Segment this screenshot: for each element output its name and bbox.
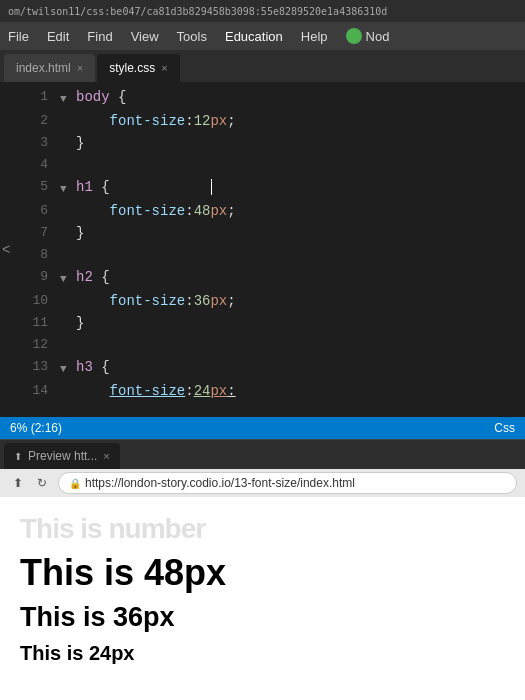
menu-node: Nod	[346, 28, 390, 44]
browser-refresh-button[interactable]: ↻	[32, 473, 52, 493]
tab-style-css-label: style.css	[109, 61, 155, 75]
node-label: Nod	[366, 29, 390, 44]
url-bar-text: om/twilson11/css:be047/ca81d3b829458b309…	[8, 6, 387, 17]
code-line-12: 12	[20, 334, 525, 356]
code-line-6: 6 font-size:48px;	[20, 200, 525, 222]
menu-bar: File Edit Find View Tools Education Help…	[0, 22, 525, 50]
status-left: 6% (2:16)	[10, 421, 62, 435]
code-line-9: 9 ▼ h2 {	[20, 266, 525, 290]
preview-watermark: This is number	[20, 513, 505, 545]
preview-tab-icon: ⬆	[14, 451, 22, 462]
code-line-2: 2 font-size:12px;	[20, 110, 525, 132]
preview-content: This is number This is 48px This is 36px…	[0, 497, 525, 680]
code-line-5: 5 ▼ h1 {	[20, 176, 525, 200]
code-line-1: 1 ▼ body {	[20, 86, 525, 110]
preview-area: This is number This is 48px This is 36px…	[0, 497, 525, 700]
menu-education[interactable]: Education	[225, 29, 283, 44]
code-line-11: 11 }	[20, 312, 525, 334]
tab-style-css[interactable]: style.css ×	[97, 54, 179, 82]
secure-icon: 🔒	[69, 478, 81, 489]
code-line-10: 10 font-size:36px;	[20, 290, 525, 312]
menu-find[interactable]: Find	[87, 29, 112, 44]
preview-tab-bar: ⬆ Preview htt... ×	[0, 439, 525, 469]
code-line-8: 8	[20, 244, 525, 266]
code-line-13: 13 ▼ h3 {	[20, 356, 525, 380]
top-url-bar: om/twilson11/css:be047/ca81d3b829458b309…	[0, 0, 525, 22]
tab-index-html-close[interactable]: ×	[77, 62, 83, 74]
menu-edit[interactable]: Edit	[47, 29, 69, 44]
menu-tools[interactable]: Tools	[177, 29, 207, 44]
url-text: https://london-story.codio.io/13-font-si…	[85, 476, 355, 490]
code-editor[interactable]: 1 ▼ body { 2 font-size:12px; 3 } 4 5 ▼ h…	[0, 82, 525, 417]
browser-bar: ⬆ ↻ 🔒 https://london-story.codio.io/13-f…	[0, 469, 525, 497]
collapse-arrow[interactable]: <	[0, 238, 12, 262]
tabs-bar: index.html × style.css ×	[0, 50, 525, 82]
code-line-7: 7 }	[20, 222, 525, 244]
status-language: Css	[494, 421, 515, 435]
status-bar: 6% (2:16) Css	[0, 417, 525, 439]
menu-file[interactable]: File	[8, 29, 29, 44]
browser-nav-icons: ⬆ ↻	[8, 473, 52, 493]
preview-h1: This is 48px	[20, 553, 505, 593]
tab-index-html[interactable]: index.html ×	[4, 54, 95, 82]
preview-h2: This is 36px	[20, 603, 505, 633]
preview-h3: This is 24px	[20, 642, 505, 664]
menu-view[interactable]: View	[131, 29, 159, 44]
preview-tab[interactable]: ⬆ Preview htt... ×	[4, 443, 120, 469]
status-position: 6% (2:16)	[10, 421, 62, 435]
menu-help[interactable]: Help	[301, 29, 328, 44]
preview-tab-label: Preview htt...	[28, 449, 97, 463]
code-line-14: 14 font-size:24px:	[20, 380, 525, 402]
node-icon	[346, 28, 362, 44]
code-line-3: 3 }	[20, 132, 525, 154]
tab-index-html-label: index.html	[16, 61, 71, 75]
url-bar[interactable]: 🔒 https://london-story.codio.io/13-font-…	[58, 472, 517, 494]
code-line-4: 4	[20, 154, 525, 176]
browser-nav-button[interactable]: ⬆	[8, 473, 28, 493]
tab-style-css-close[interactable]: ×	[161, 62, 167, 74]
editor-area: < 1 ▼ body { 2 font-size:12px; 3 } 4 5	[0, 82, 525, 417]
preview-tab-close[interactable]: ×	[103, 450, 109, 462]
